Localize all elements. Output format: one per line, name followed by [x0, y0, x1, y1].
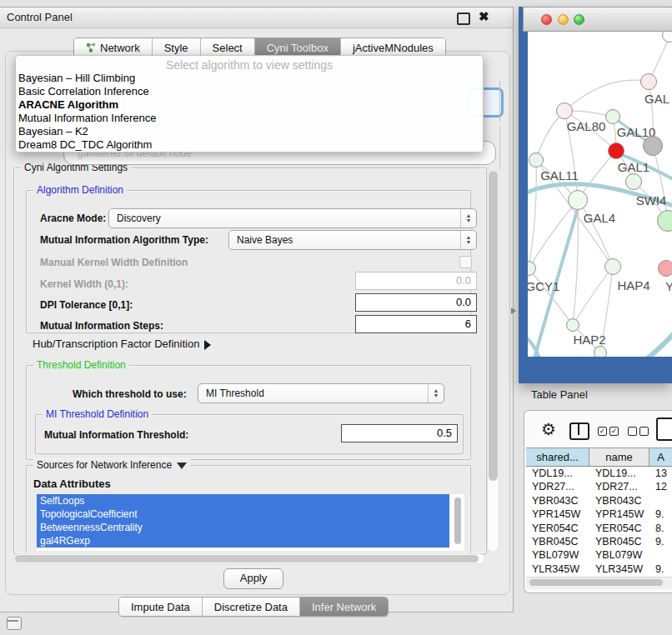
column-header-a[interactable]: A: [649, 448, 672, 467]
table-panel-title: Table Panel: [531, 388, 588, 401]
sources-group-title[interactable]: Sources for Network Inference: [33, 459, 190, 471]
deselect-all-checkbox-icon[interactable]: [639, 427, 649, 436]
gear-icon[interactable]: ⚙: [541, 421, 556, 438]
tab-select[interactable]: Select: [201, 38, 255, 57]
network-view-window: GALGAL80GAL10GAL1GAL11SWI4GAL4GCY1HAP4YH…: [519, 7, 672, 383]
apply-button[interactable]: Apply: [223, 568, 283, 589]
network-node-hap4[interactable]: [604, 258, 621, 275]
close-traffic-light-icon[interactable]: [541, 14, 552, 25]
network-node-hap2[interactable]: [566, 318, 579, 332]
algorithm-option-bayesian-k2[interactable]: Bayesian – K2: [18, 125, 485, 138]
data-attributes-list[interactable]: SelfLoopsTopologicalCoefficientBetweenne…: [37, 494, 464, 551]
network-node-gal1[interactable]: [608, 142, 624, 159]
algorithm-option-basic-correlation-inference[interactable]: Basic Correlation Inference: [18, 85, 485, 98]
attribute-item-gal4rgexp[interactable]: gal4RGexp: [37, 534, 449, 548]
new-table-icon[interactable]: [656, 418, 672, 441]
select-all-checkbox-icon[interactable]: ✓: [598, 427, 607, 436]
tab-discretize-data[interactable]: Discretize Data: [203, 598, 300, 616]
which-threshold-combobox[interactable]: MI Threshold ▲▼: [198, 383, 444, 403]
table-row[interactable]: YBR045CYBR045C9.: [526, 535, 672, 548]
tab-label: Discretize Data: [214, 601, 288, 613]
tab-network[interactable]: Network: [74, 38, 153, 57]
network-node-gal10[interactable]: [605, 109, 620, 124]
network-node[interactable]: [594, 346, 607, 357]
table-horizontal-scrollbar-thumb[interactable]: [529, 579, 663, 586]
table-cell: 8.: [649, 522, 672, 535]
attribute-item-betweennesscentrality[interactable]: BetweennessCentrality: [37, 521, 449, 534]
attribute-item-selfloops[interactable]: SelfLoops: [37, 494, 449, 508]
minimize-traffic-light-icon[interactable]: [558, 14, 569, 25]
mi-algorithm-type-combobox[interactable]: Naive Bayes ▲▼: [228, 230, 477, 250]
tab-label: Select: [213, 42, 243, 54]
manual-kernel-width-checkbox[interactable]: [459, 256, 472, 268]
mi-threshold-label: Mutual Information Threshold:: [44, 429, 188, 441]
network-node-swi4[interactable]: [625, 173, 642, 190]
mi-algorithm-type-value: Naive Bayes: [237, 234, 293, 246]
algorithm-option-dream8-dc-tdc-algorithm[interactable]: Dream8 DC_TDC Algorithm: [18, 138, 485, 152]
mi-threshold-definition-group: MI Threshold Definition Mutual Informati…: [35, 414, 464, 454]
table-cell: YDR27...: [589, 480, 649, 493]
network-node-y[interactable]: [658, 260, 672, 277]
table-row[interactable]: YER054CYER054C8.: [526, 522, 672, 535]
table-cell: YDL19...: [589, 467, 649, 480]
select-all-checkbox-icon[interactable]: ✓: [609, 427, 619, 436]
attribute-item-topologicalcoefficient[interactable]: TopologicalCoefficient: [37, 508, 449, 521]
node-label-gal11: GAL11: [540, 168, 579, 182]
hub-factor-expander[interactable]: Hub/Transcription Factor Definition: [33, 338, 211, 350]
table-row[interactable]: YBL079WYBL079W: [526, 548, 672, 562]
algorithm-option-mutual-information-inference[interactable]: Mutual Information Inference: [18, 112, 485, 125]
close-icon[interactable]: ✖: [479, 9, 489, 24]
table-row[interactable]: YPR145WYPR145W9.: [526, 508, 672, 521]
algorithm-option-bayesian-hill-climbing[interactable]: Bayesian – Hill Climbing: [18, 72, 485, 85]
split-columns-icon[interactable]: [569, 422, 589, 440]
table-cell: [649, 494, 672, 508]
dropdown-items: Bayesian – Hill ClimbingBasic Correlatio…: [16, 72, 483, 152]
table-row[interactable]: YLR345WYLR345W9.: [526, 562, 672, 576]
zoom-traffic-light-icon[interactable]: [574, 14, 584, 25]
tab-infer-network[interactable]: Infer Network: [300, 598, 388, 616]
table-row[interactable]: YBR043CYBR043C: [526, 494, 672, 508]
threshold-definition-title: Threshold Definition: [33, 359, 129, 371]
tab-label: Network: [100, 42, 140, 54]
node-label-gal4: GAL4: [584, 211, 615, 225]
aracne-mode-value: Discovery: [117, 212, 161, 224]
tab-style[interactable]: Style: [153, 38, 201, 57]
table-row[interactable]: YDR27...YDR27...12: [526, 480, 672, 493]
settings-vertical-scrollbar-thumb[interactable]: [489, 171, 498, 481]
network-node-gal80[interactable]: [556, 102, 573, 119]
dpi-tolerance-field[interactable]: 0.0: [355, 293, 477, 312]
mi-threshold-field[interactable]: 0.5: [341, 424, 458, 442]
network-node[interactable]: [643, 136, 663, 156]
combo-stepper-icon: ▲▼: [460, 209, 476, 228]
network-node-gal4[interactable]: [568, 190, 588, 210]
deselect-all-checkbox-icon[interactable]: [628, 427, 637, 436]
minimized-panel-icon[interactable]: [7, 617, 22, 630]
table-cell: YBL079W: [589, 548, 649, 562]
tab-jactivemnodules[interactable]: jActiveMNodules: [341, 38, 445, 57]
network-canvas[interactable]: GALGAL80GAL10GAL1GAL11SWI4GAL4GCY1HAP4YH…: [528, 32, 672, 357]
network-node-gal[interactable]: [640, 73, 657, 90]
tab-impute-data[interactable]: Impute Data: [119, 598, 203, 616]
attributes-list-scrollbar[interactable]: [454, 498, 461, 544]
float-window-icon[interactable]: [457, 12, 470, 25]
tab-label: Infer Network: [312, 601, 376, 613]
table-toolbar: ⚙ ✓ ✓: [524, 411, 672, 448]
table-cell: YDL19...: [526, 467, 589, 480]
table-body: YDL19...YDL19...13YDR27...YDR27...12YBR0…: [526, 467, 672, 577]
column-header-name[interactable]: name: [589, 448, 649, 467]
mi-steps-field[interactable]: 6: [355, 315, 477, 333]
which-threshold-label: Which threshold to use:: [73, 388, 187, 400]
aracne-mode-combobox[interactable]: Discovery ▲▼: [108, 208, 477, 228]
algorithm-option-aracne-algorithm[interactable]: ARACNE Algorithm: [18, 98, 485, 112]
mi-steps-label: Mutual Information Steps:: [40, 320, 163, 332]
splitter-collapse-arrow[interactable]: [511, 308, 516, 314]
column-header-shared[interactable]: shared...: [526, 448, 589, 467]
settings-horizontal-scrollbar-thumb[interactable]: [15, 555, 479, 562]
table-cell: [649, 548, 672, 562]
combo-stepper-icon: ▲▼: [428, 384, 444, 402]
network-node-gal11[interactable]: [529, 152, 544, 168]
algorithm-dropdown-popup: Select algorithm to view settings Bayesi…: [15, 55, 484, 152]
kernel-width-field[interactable]: 0.0: [355, 272, 477, 290]
tab-cyni-toolbox[interactable]: Cyni Toolbox: [255, 38, 341, 57]
table-row[interactable]: YDL19...YDL19...13: [526, 467, 672, 480]
